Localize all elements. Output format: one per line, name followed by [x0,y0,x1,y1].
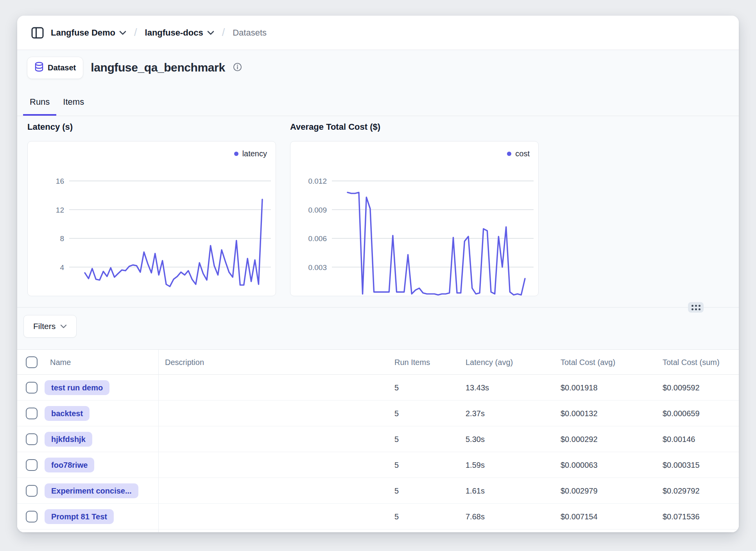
cell-latency-avg: 2.37s [466,401,485,426]
cell-total-cost-sum: $0.00146 [663,426,695,452]
sidebar-toggle-icon[interactable] [30,26,45,40]
legend-dot-icon [234,152,238,156]
tab-bar-divider [17,116,739,116]
column-header-description[interactable]: Description [165,350,204,375]
filters-button[interactable]: Filters [23,315,77,338]
cell-run-items: 5 [394,375,399,401]
breadcrumb-section-label: Datasets [233,28,267,38]
column-divider [158,504,159,529]
cell-run-items: 5 [394,504,399,530]
filters-button-label: Filters [33,322,56,331]
table-row: backtest52.37s$0.000132$0.000659 [17,401,739,426]
run-name-pill[interactable]: hjkfdshjk [45,432,92,447]
row-checkbox[interactable] [26,408,38,419]
cost-chart-card: 0.0120.0090.0060.003 cost [290,141,539,296]
cost-chart-title: Average Total Cost ($) [290,122,380,132]
column-divider [158,530,159,532]
legend-dot-icon [507,152,511,156]
row-checkbox[interactable] [26,433,38,445]
tab-runs[interactable]: Runs [23,90,56,116]
svg-text:16: 16 [56,177,64,185]
resize-handle-icon[interactable] [688,302,704,313]
run-name-pill[interactable]: foo78riwe [45,458,94,472]
tab-bar: Runs Items [23,90,91,116]
cell-latency-avg: 1.61s [466,478,485,504]
svg-text:0.012: 0.012 [308,177,327,185]
table-row: foo78riwe51.59s$0.000063$0.000315 [17,452,739,478]
column-header-run-items[interactable]: Run Items [394,350,430,375]
chevron-down-icon [60,324,67,329]
cell-run-items: 5 [394,478,399,504]
cell-run-items: 5 [394,401,399,426]
cost-legend: cost [507,149,530,158]
cell-latency-avg: 1.59s [466,452,485,478]
row-checkbox[interactable] [26,459,38,471]
main-panel: Langfuse Demo / langfuse-docs / Datasets [17,16,739,532]
column-divider [158,401,159,426]
breadcrumb: Langfuse Demo / langfuse-docs / Datasets [17,16,739,50]
table-row: hjkfdshjk55.30s$0.000292$0.00146 [17,426,739,452]
row-checkbox[interactable] [26,382,38,394]
cell-total-cost-sum: $0.009592 [663,375,700,401]
breadcrumb-separator: / [220,27,227,39]
column-divider [158,452,159,478]
column-header-latency-avg[interactable]: Latency (avg) [466,350,513,375]
info-icon[interactable] [233,63,242,73]
tab-items[interactable]: Items [56,90,91,116]
table-row: Experiment concise...51.61s$0.002979$0.0… [17,478,739,504]
cell-run-items: 5 [394,426,399,452]
cost-chart: 0.0120.0090.0060.003 [290,141,538,296]
cell-latency-avg: 5.30s [466,426,485,452]
column-header-total-cost-avg[interactable]: Total Cost (avg) [561,350,615,375]
column-header-name[interactable]: Name [50,350,71,375]
run-name-pill[interactable]: backtest [45,406,90,421]
table-header-row: Name Description Run Items Latency (avg)… [17,350,739,375]
cell-total-cost-avg: $0.002979 [561,478,598,504]
cell-total-cost-avg: $0.007154 [561,504,598,530]
cell-total-cost-sum: $0.000659 [663,401,700,426]
row-checkbox[interactable] [26,485,38,497]
chevron-down-icon [119,30,126,35]
database-icon [34,62,44,74]
chevron-down-icon [207,30,214,35]
latency-chart-card: 161284 latency [27,141,276,296]
breadcrumb-separator: / [133,27,139,39]
run-name-pill[interactable]: Experiment concise... [45,483,138,498]
select-all-checkbox[interactable] [26,356,38,368]
cell-total-cost-sum: $0.029792 [663,478,700,504]
row-checkbox[interactable] [26,511,38,522]
dataset-badge-label: Dataset [48,63,76,72]
breadcrumb-org[interactable]: Langfuse Demo [51,28,126,38]
column-divider [158,478,159,503]
breadcrumb-org-label: Langfuse Demo [51,28,115,38]
breadcrumb-section[interactable]: Datasets [233,28,267,38]
breadcrumb-project[interactable]: langfuse-docs [145,28,214,38]
page-title: langfuse_qa_benchmark [91,61,225,74]
latency-chart-title: Latency (s) [27,122,73,132]
breadcrumb-project-label: langfuse-docs [145,28,203,38]
svg-text:4: 4 [60,263,64,272]
latency-legend: latency [234,149,267,158]
svg-text:12: 12 [56,206,64,214]
svg-text:0.003: 0.003 [308,263,327,272]
table-row: Prompt 81 Test57.68s$0.007154$0.071536 [17,504,739,530]
svg-text:0.006: 0.006 [308,234,327,243]
run-name-pill[interactable]: test run demo [45,380,109,395]
section-divider [17,307,739,308]
dataset-heading: Dataset langfuse_qa_benchmark [27,55,242,80]
table-body: test run demo513.43s$0.001918$0.009592ba… [17,375,739,532]
legend-label: cost [515,149,530,158]
table-row [17,530,739,532]
dataset-badge: Dataset [27,57,83,79]
column-header-total-cost-sum[interactable]: Total Cost (sum) [663,350,720,375]
svg-text:0.009: 0.009 [308,206,327,214]
run-name-pill[interactable]: Prompt 81 Test [45,509,114,524]
cell-total-cost-avg: $0.001918 [561,375,598,401]
legend-label: latency [242,149,267,158]
cell-latency-avg: 13.43s [466,375,489,401]
cell-total-cost-sum: $0.000315 [663,452,700,478]
cell-latency-avg: 7.68s [466,504,485,530]
latency-chart: 161284 [28,141,276,296]
cell-total-cost-avg: $0.000132 [561,401,598,426]
column-divider [158,350,159,374]
